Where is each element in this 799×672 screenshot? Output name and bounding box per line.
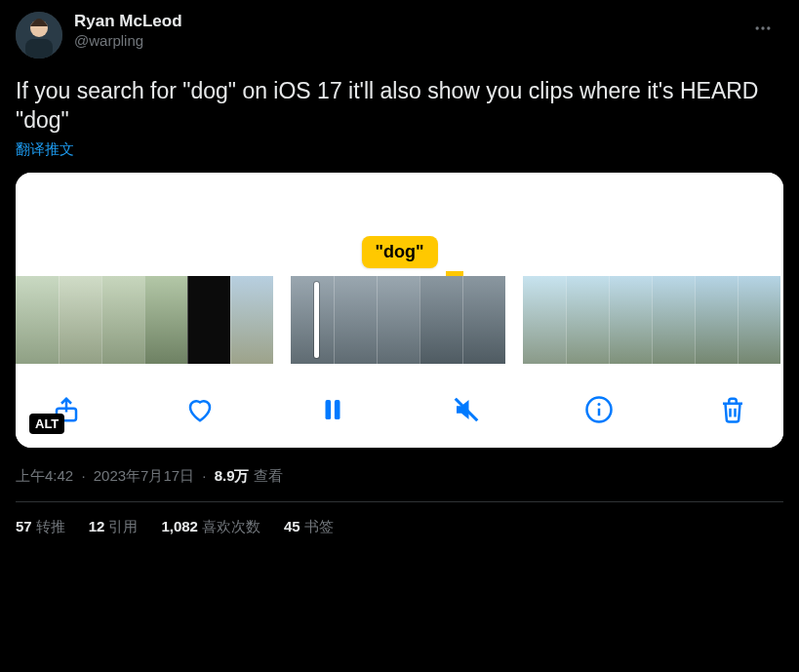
alt-badge[interactable]: ALT bbox=[29, 414, 64, 434]
clip-group[interactable] bbox=[16, 276, 273, 364]
video-frame bbox=[419, 276, 462, 364]
media-card: "dog" bbox=[16, 173, 783, 448]
video-frame bbox=[695, 276, 738, 364]
svg-point-5 bbox=[767, 26, 770, 29]
stat-retweets[interactable]: 57转推 bbox=[16, 518, 65, 536]
like-button[interactable] bbox=[179, 388, 221, 431]
views-label: 查看 bbox=[254, 467, 283, 484]
pause-button[interactable] bbox=[311, 388, 354, 431]
info-button[interactable] bbox=[578, 388, 620, 431]
clip-group[interactable] bbox=[523, 276, 780, 364]
avatar[interactable] bbox=[16, 12, 62, 59]
video-frame bbox=[377, 276, 419, 364]
caption-badge: "dog" bbox=[361, 236, 437, 268]
video-frame bbox=[101, 276, 144, 364]
stat-likes[interactable]: 1,082喜欢次数 bbox=[161, 518, 260, 536]
more-icon bbox=[753, 19, 773, 38]
trash-button[interactable] bbox=[711, 388, 754, 431]
svg-point-4 bbox=[761, 26, 764, 29]
svg-rect-8 bbox=[335, 400, 340, 419]
video-frame bbox=[566, 276, 609, 364]
filmstrip[interactable] bbox=[16, 276, 783, 364]
svg-rect-7 bbox=[326, 400, 332, 419]
stat-quotes[interactable]: 12引用 bbox=[89, 518, 139, 536]
tweet-stats: 57转推 12引用 1,082喜欢次数 45书签 bbox=[16, 502, 783, 536]
stat-bookmarks[interactable]: 45书签 bbox=[284, 518, 334, 536]
video-frame bbox=[523, 276, 566, 364]
info-icon bbox=[584, 395, 614, 424]
svg-rect-2 bbox=[25, 39, 53, 59]
playhead[interactable] bbox=[314, 282, 319, 358]
meta-date[interactable]: 2023年7月17日 bbox=[94, 467, 194, 484]
translate-link[interactable]: 翻译推文 bbox=[16, 140, 74, 159]
video-frame bbox=[59, 276, 101, 364]
views-count: 8.9万 bbox=[215, 467, 250, 484]
more-button[interactable] bbox=[746, 12, 779, 45]
heart-icon bbox=[185, 395, 215, 424]
video-frame bbox=[334, 276, 377, 364]
video-frame bbox=[16, 276, 59, 364]
clip-group[interactable] bbox=[291, 276, 505, 364]
video-frame bbox=[291, 276, 334, 364]
pause-icon bbox=[318, 395, 347, 424]
author-block[interactable]: Ryan McLeod @warpling bbox=[74, 12, 182, 51]
tweet-header: Ryan McLeod @warpling bbox=[16, 12, 783, 59]
mute-button[interactable] bbox=[445, 388, 488, 431]
handle: @warpling bbox=[74, 31, 182, 51]
tweet-text: If you search for "dog" on iOS 17 it'll … bbox=[16, 76, 783, 135]
trash-icon bbox=[718, 395, 747, 424]
media-top: "dog" bbox=[16, 173, 783, 276]
svg-point-12 bbox=[598, 403, 601, 406]
video-frame bbox=[462, 276, 505, 364]
svg-point-3 bbox=[756, 26, 759, 29]
meta-time[interactable]: 上午4:42 bbox=[16, 467, 73, 484]
video-frame bbox=[609, 276, 652, 364]
video-frame bbox=[144, 276, 187, 364]
display-name: Ryan McLeod bbox=[74, 12, 182, 31]
media-toolbar bbox=[16, 372, 783, 448]
video-frame bbox=[652, 276, 695, 364]
tweet-container: Ryan McLeod @warpling If you search for … bbox=[0, 0, 799, 536]
video-frame bbox=[230, 276, 273, 364]
video-frame bbox=[738, 276, 780, 364]
video-frame bbox=[187, 276, 230, 364]
mute-icon bbox=[452, 395, 481, 424]
tweet-meta: 上午4:42 · 2023年7月17日 · 8.9万 查看 bbox=[16, 467, 783, 486]
